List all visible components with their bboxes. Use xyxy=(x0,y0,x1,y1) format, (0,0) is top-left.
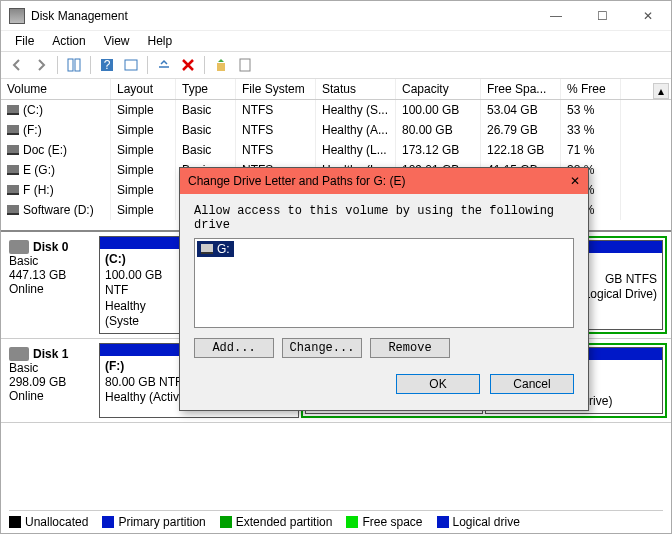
menu-file[interactable]: File xyxy=(7,32,42,50)
legend: Unallocated Primary partition Extended p… xyxy=(9,510,663,529)
eject-icon[interactable] xyxy=(154,55,174,75)
legend-swatch xyxy=(102,516,114,528)
drive-icon xyxy=(7,205,19,215)
help-icon[interactable]: ? xyxy=(97,55,117,75)
back-icon[interactable] xyxy=(7,55,27,75)
menu-action[interactable]: Action xyxy=(44,32,93,50)
dialog-titlebar[interactable]: Change Drive Letter and Paths for G: (E)… xyxy=(180,168,588,194)
volume-row[interactable]: (C:)SimpleBasicNTFSHealthy (S...100.00 G… xyxy=(1,100,671,120)
drive-icon xyxy=(7,185,19,195)
list-item[interactable]: G: xyxy=(197,241,234,257)
col-pctfree[interactable]: % Free xyxy=(561,79,621,99)
ok-button[interactable]: OK xyxy=(396,374,480,394)
col-volume[interactable]: Volume xyxy=(1,79,111,99)
volume-row[interactable]: (F:)SimpleBasicNTFSHealthy (A...80.00 GB… xyxy=(1,120,671,140)
close-button[interactable]: ✕ xyxy=(625,1,671,31)
svg-text:?: ? xyxy=(104,58,111,72)
svg-rect-0 xyxy=(68,59,73,71)
menu-view[interactable]: View xyxy=(96,32,138,50)
drive-icon xyxy=(7,125,19,135)
partition[interactable]: (C:)100.00 GB NTFHealthy (Syste xyxy=(99,236,181,334)
legend-swatch xyxy=(346,516,358,528)
volume-row[interactable]: Doc (E:)SimpleBasicNTFSHealthy (L...173.… xyxy=(1,140,671,160)
volume-grid-header: Volume Layout Type File System Status Ca… xyxy=(1,79,671,100)
dialog-message: Allow access to this volume by using the… xyxy=(194,204,574,232)
disk-icon xyxy=(9,240,29,254)
drive-icon xyxy=(7,145,19,155)
cancel-button[interactable]: Cancel xyxy=(490,374,574,394)
minimize-button[interactable]: — xyxy=(533,1,579,31)
scroll-up-icon[interactable]: ▴ xyxy=(653,83,669,99)
col-layout[interactable]: Layout xyxy=(111,79,176,99)
drive-letter-listbox[interactable]: G: xyxy=(194,238,574,328)
menu-help[interactable]: Help xyxy=(140,32,181,50)
app-icon xyxy=(9,8,25,24)
drive-icon xyxy=(201,244,213,254)
change-drive-letter-dialog: Change Drive Letter and Paths for G: (E)… xyxy=(179,167,589,411)
col-filesystem[interactable]: File System xyxy=(236,79,316,99)
toolbar: ? xyxy=(1,51,671,79)
remove-button[interactable]: Remove xyxy=(370,338,450,358)
dialog-title: Change Drive Letter and Paths for G: (E) xyxy=(188,174,570,188)
disk-label[interactable]: Disk 1 Basic 298.09 GB Online xyxy=(5,343,95,418)
add-button[interactable]: Add... xyxy=(194,338,274,358)
titlebar: Disk Management — ☐ ✕ xyxy=(1,1,671,31)
col-freespace[interactable]: Free Spa... xyxy=(481,79,561,99)
forward-icon[interactable] xyxy=(31,55,51,75)
up-icon[interactable] xyxy=(211,55,231,75)
col-capacity[interactable]: Capacity xyxy=(396,79,481,99)
close-icon[interactable]: ✕ xyxy=(570,174,580,188)
svg-rect-1 xyxy=(75,59,80,71)
drive-icon xyxy=(7,165,19,175)
maximize-button[interactable]: ☐ xyxy=(579,1,625,31)
partition-header xyxy=(100,237,180,249)
legend-swatch xyxy=(9,516,21,528)
disk-label[interactable]: Disk 0 Basic 447.13 GB Online xyxy=(5,236,95,334)
svg-rect-4 xyxy=(125,60,137,70)
show-hide-icon[interactable] xyxy=(64,55,84,75)
drive-icon xyxy=(7,105,19,115)
properties-icon[interactable] xyxy=(235,55,255,75)
col-status[interactable]: Status xyxy=(316,79,396,99)
settings-icon[interactable] xyxy=(121,55,141,75)
legend-swatch xyxy=(220,516,232,528)
delete-icon[interactable] xyxy=(178,55,198,75)
legend-swatch xyxy=(437,516,449,528)
disk-icon xyxy=(9,347,29,361)
svg-rect-5 xyxy=(217,63,225,71)
change-button[interactable]: Change... xyxy=(282,338,362,358)
window-title: Disk Management xyxy=(31,9,533,23)
svg-rect-6 xyxy=(240,59,250,71)
menubar: File Action View Help xyxy=(1,31,671,51)
col-type[interactable]: Type xyxy=(176,79,236,99)
